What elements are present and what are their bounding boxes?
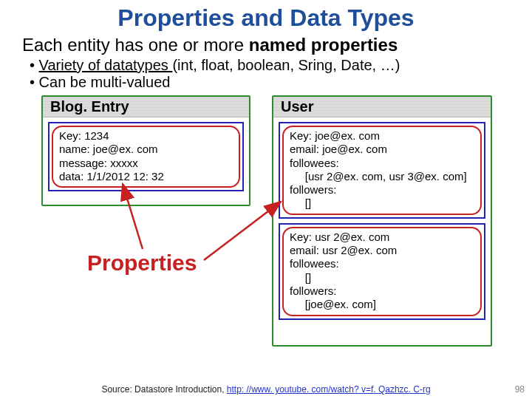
record-line: [joe@ex. com]	[290, 298, 474, 311]
record-line: followers:	[290, 284, 474, 298]
entity-blog: Blog. Entry Key: 1234 name: joe@ex. com …	[41, 95, 250, 206]
record-line: name: joe@ex. com	[59, 143, 233, 156]
slide-subtitle: Each entity has one or more named proper…	[0, 32, 532, 57]
diagram-area: Blog. Entry Key: 1234 name: joe@ex. com …	[21, 95, 511, 361]
entity-header-blog: Blog. Entry	[43, 97, 249, 117]
record-line: [usr 2@ex. com, usr 3@ex. com]	[290, 170, 474, 183]
bullet-rest: (int, float, boolean, Sring, Date, …)	[172, 57, 400, 73]
footer-source: Source: Datastore Introduction, http: //…	[0, 384, 532, 395]
bullet-item: Variety of datatypes (int, float, boolea…	[30, 57, 510, 74]
record-line: Key: joe@ex. com	[290, 129, 474, 143]
properties-label: Properties	[87, 250, 197, 276]
record-line: []	[290, 271, 474, 284]
record-line: email: joe@ex. com	[290, 143, 474, 156]
record-outer: Key: joe@ex. com email: joe@ex. com foll…	[279, 122, 485, 219]
record-user1: Key: joe@ex. com email: joe@ex. com foll…	[282, 126, 482, 215]
entity-user: User Key: joe@ex. com email: joe@ex. com…	[272, 95, 492, 347]
entity-header-user: User	[273, 97, 491, 117]
bullet-item: Can be multi-valued	[30, 74, 510, 91]
slide-title: Properties and Data Types	[0, 0, 532, 32]
bullet-underline: Variety of datatypes	[39, 57, 173, 73]
svg-line-1	[204, 202, 281, 260]
record-line: email: usr 2@ex. com	[290, 244, 474, 257]
record-line: Key: 1234	[59, 129, 233, 143]
record-line: []	[290, 197, 474, 210]
bullet-list: Variety of datatypes (int, float, boolea…	[0, 57, 532, 95]
subtitle-bold: named properties	[249, 35, 398, 55]
record-line: followers:	[290, 183, 474, 197]
page-number: 98	[515, 384, 525, 395]
record-line: followees:	[290, 257, 474, 270]
footer-link[interactable]: http: //www. youtube. com/watch? v=f. Qa…	[227, 384, 431, 395]
record-user2: Key: usr 2@ex. com email: usr 2@ex. com …	[282, 227, 482, 316]
footer-text: Source: Datastore Introduction,	[101, 384, 226, 395]
record-line: data: 1/1/2012 12: 32	[59, 170, 233, 183]
subtitle-text: Each entity has one or more	[22, 35, 249, 55]
record-line: message: xxxxx	[59, 157, 233, 170]
record-line: followees:	[290, 157, 474, 170]
record-outer: Key: 1234 name: joe@ex. com message: xxx…	[48, 122, 244, 191]
record-line: Key: usr 2@ex. com	[290, 231, 474, 244]
record-outer: Key: usr 2@ex. com email: usr 2@ex. com …	[279, 223, 485, 320]
record-blog: Key: 1234 name: joe@ex. com message: xxx…	[52, 126, 240, 188]
